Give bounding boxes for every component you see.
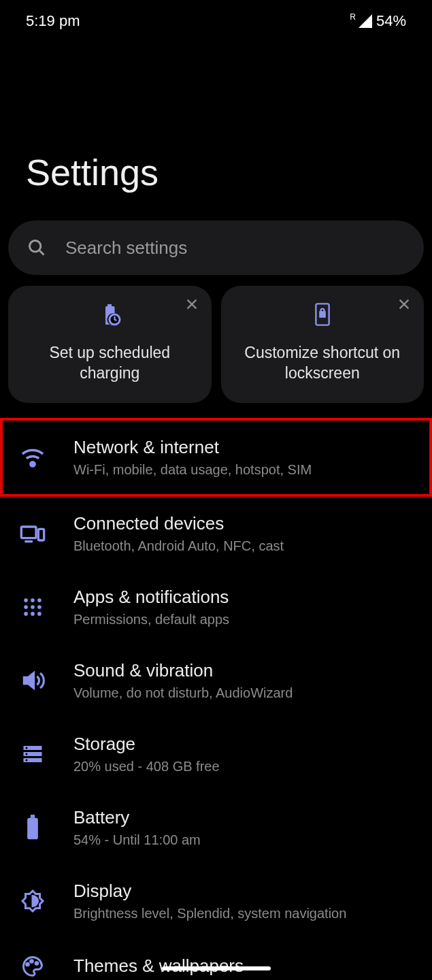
palette-icon — [16, 954, 49, 979]
search-input[interactable]: Search settings — [8, 220, 424, 275]
close-icon[interactable] — [184, 297, 199, 316]
item-subtitle: Permissions, default apps — [73, 612, 432, 627]
svg-point-20 — [31, 612, 35, 616]
devices-icon — [16, 520, 49, 547]
item-title: Display — [73, 881, 432, 902]
nav-handle[interactable] — [162, 966, 271, 970]
svg-point-31 — [27, 963, 29, 966]
status-time: 5:19 pm — [26, 12, 80, 30]
svg-point-32 — [31, 960, 33, 962]
storage-icon — [16, 742, 49, 766]
apps-grid-icon — [16, 595, 49, 619]
item-title: Connected devices — [73, 513, 432, 534]
item-subtitle: Wi-Fi, mobile, data usage, hotspot, SIM — [73, 462, 429, 478]
svg-rect-8 — [320, 312, 325, 316]
item-title: Battery — [73, 807, 432, 828]
item-subtitle: Bluetooth, Android Auto, NFC, cast — [73, 538, 432, 554]
roaming-indicator: R — [350, 12, 356, 22]
svg-point-14 — [31, 598, 35, 602]
item-themes-wallpapers[interactable]: Themes & wallpapers — [0, 938, 432, 980]
battery-clock-icon — [97, 301, 122, 328]
item-subtitle: 54% - Until 11:00 am — [73, 832, 432, 848]
item-display[interactable]: Display Brightness level, Splendid, syst… — [0, 864, 432, 938]
item-storage[interactable]: Storage 20% used - 408 GB free — [0, 717, 432, 791]
svg-rect-28 — [27, 818, 38, 839]
search-placeholder: Search settings — [65, 238, 187, 259]
search-icon — [27, 238, 46, 257]
svg-point-33 — [35, 962, 38, 964]
svg-point-16 — [24, 605, 28, 609]
svg-point-18 — [37, 605, 41, 609]
svg-point-21 — [37, 612, 41, 616]
item-apps-notifications[interactable]: Apps & notifications Permissions, defaul… — [0, 570, 432, 644]
svg-point-0 — [30, 241, 41, 252]
status-right: R 54% — [350, 12, 406, 30]
settings-list: Network & internet Wi-Fi, mobile, data u… — [0, 418, 432, 980]
suggestion-cards: Set up scheduled charging Customize shor… — [8, 286, 424, 403]
card-label: Set up scheduled charging — [22, 343, 198, 384]
battery-icon — [16, 815, 49, 840]
svg-point-9 — [31, 462, 35, 466]
svg-point-17 — [31, 605, 35, 609]
item-subtitle: Volume, do not disturb, AudioWizard — [73, 685, 432, 701]
battery-percent: 54% — [376, 12, 406, 30]
svg-point-27 — [26, 759, 28, 761]
svg-point-13 — [24, 598, 28, 602]
item-sound-vibration[interactable]: Sound & vibration Volume, do not disturb… — [0, 644, 432, 717]
page-title: Settings — [0, 30, 432, 193]
brightness-icon — [16, 889, 49, 913]
svg-point-15 — [37, 598, 41, 602]
signal-icon — [359, 14, 372, 28]
item-subtitle: 20% used - 408 GB free — [73, 759, 432, 774]
wifi-icon — [16, 444, 49, 471]
item-title: Apps & notifications — [73, 587, 432, 608]
item-title: Network & internet — [73, 437, 429, 458]
phone-lock-icon — [312, 301, 333, 328]
svg-rect-29 — [31, 815, 35, 818]
close-icon[interactable] — [397, 297, 412, 316]
item-title: Sound & vibration — [73, 660, 432, 681]
item-subtitle: Brightness level, Splendid, system navig… — [73, 906, 432, 921]
status-bar: 5:19 pm R 54% — [0, 0, 432, 30]
card-lockscreen-shortcut[interactable]: Customize shortcut on lockscreen — [221, 286, 425, 403]
item-connected-devices[interactable]: Connected devices Bluetooth, Android Aut… — [0, 497, 432, 570]
item-network-internet[interactable]: Network & internet Wi-Fi, mobile, data u… — [0, 418, 432, 497]
card-scheduled-charging[interactable]: Set up scheduled charging — [8, 286, 212, 403]
svg-point-19 — [24, 612, 28, 616]
svg-rect-10 — [21, 527, 36, 538]
item-battery[interactable]: Battery 54% - Until 11:00 am — [0, 791, 432, 864]
svg-line-1 — [39, 250, 44, 255]
card-label: Customize shortcut on lockscreen — [235, 343, 411, 384]
sound-icon — [16, 668, 49, 693]
svg-point-26 — [26, 753, 28, 755]
svg-point-25 — [26, 747, 28, 749]
svg-rect-11 — [38, 529, 44, 540]
item-title: Storage — [73, 734, 432, 755]
